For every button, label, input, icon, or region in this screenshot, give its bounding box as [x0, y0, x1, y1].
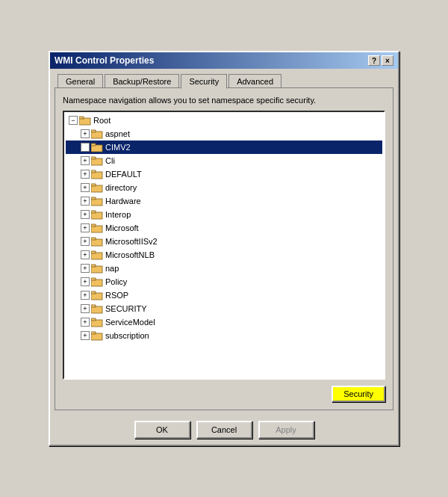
expand-policy[interactable]: +: [81, 277, 90, 286]
title-bar-controls: ? ×: [368, 55, 393, 66]
tree-item-hardware[interactable]: + Hardware: [66, 194, 382, 208]
tree-item-root[interactable]: − Root: [66, 114, 382, 127]
tree-label-microsoftnlb: MicrosoftNLB: [105, 250, 155, 259]
expand-aspnet[interactable]: +: [81, 129, 90, 138]
tree-item-interop[interactable]: + Interop: [66, 208, 382, 221]
svg-rect-13: [91, 197, 96, 200]
window-title: WMI Control Properties: [55, 55, 154, 66]
tree-label-hardware: Hardware: [105, 197, 141, 206]
ok-button[interactable]: OK: [134, 421, 190, 439]
tab-content-security: Namespace navigation allows you to set n…: [55, 87, 393, 410]
svg-rect-27: [91, 291, 96, 294]
svg-rect-33: [91, 332, 96, 334]
tree-item-security[interactable]: + SECURITY: [66, 302, 382, 315]
tree-item-directory[interactable]: + directory: [66, 181, 382, 194]
expand-cli[interactable]: +: [81, 156, 90, 165]
expand-root[interactable]: −: [69, 116, 78, 125]
close-button[interactable]: ×: [382, 55, 393, 66]
help-button[interactable]: ?: [368, 55, 380, 66]
svg-rect-19: [91, 238, 96, 240]
tab-advanced[interactable]: Advanced: [228, 74, 281, 89]
title-bar: WMI Control Properties ? ×: [50, 52, 398, 69]
svg-rect-15: [91, 211, 96, 213]
apply-button[interactable]: Apply: [258, 421, 314, 439]
folder-icon-cimv2: [91, 143, 103, 152]
svg-rect-1: [79, 117, 84, 119]
folder-icon-subscription: [91, 331, 103, 341]
tree-item-cimv2[interactable]: + CIMV2: [66, 141, 382, 154]
folder-icon-microsoft: [91, 223, 103, 233]
tree-item-policy[interactable]: + Policy: [66, 275, 382, 288]
tab-general[interactable]: General: [57, 74, 103, 89]
tab-backup-restore[interactable]: Backup/Restore: [105, 74, 179, 89]
tree-label-aspnet: aspnet: [105, 129, 130, 138]
tab-security[interactable]: Security: [181, 74, 227, 89]
tree-item-nap[interactable]: + nap: [66, 262, 382, 275]
tree-label-cimv2: CIMV2: [105, 143, 131, 152]
folder-icon-default: [91, 170, 103, 179]
namespace-tree[interactable]: − Root+ aspnet+ CIMV2+ Cli+ DEFAULT+ dir…: [63, 111, 385, 380]
security-button-row: Security: [63, 386, 385, 402]
expand-rsop[interactable]: +: [81, 291, 90, 300]
expand-microsoftiisv2[interactable]: +: [81, 237, 90, 246]
tree-item-rsop[interactable]: + RSOP: [66, 288, 382, 302]
tree-label-policy: Policy: [105, 277, 127, 286]
expand-interop[interactable]: +: [81, 210, 90, 219]
expand-default[interactable]: +: [81, 170, 90, 179]
tree-item-cli[interactable]: + Cli: [66, 154, 382, 167]
expand-hardware[interactable]: +: [81, 197, 90, 206]
cancel-button[interactable]: Cancel: [196, 421, 252, 439]
folder-icon-rsop: [91, 291, 103, 300]
expand-microsoft[interactable]: +: [81, 223, 90, 232]
tree-item-microsoftnlb[interactable]: + MicrosoftNLB: [66, 248, 382, 262]
tree-item-servicemodel[interactable]: + ServiceModel: [66, 315, 382, 329]
tree-item-microsoft[interactable]: + Microsoft: [66, 221, 382, 235]
svg-rect-9: [91, 170, 96, 173]
tree-label-default: DEFAULT: [105, 170, 142, 179]
tree-label-microsoftiisv2: MicrosoftIISv2: [105, 237, 158, 246]
folder-icon-microsoftnlb: [91, 250, 103, 260]
expand-cimv2[interactable]: +: [81, 143, 90, 152]
title-bar-text: WMI Control Properties: [55, 55, 154, 66]
folder-icon-directory: [91, 183, 103, 193]
expand-microsoftnlb[interactable]: +: [81, 250, 90, 259]
expand-security[interactable]: +: [81, 304, 90, 313]
window-content: General Backup/Restore Security Advanced…: [50, 69, 398, 415]
expand-subscription[interactable]: +: [81, 331, 90, 340]
folder-icon-aspnet: [91, 129, 103, 139]
folder-icon-interop: [91, 210, 103, 220]
bottom-button-row: OK Cancel Apply: [50, 415, 398, 445]
folder-icon-hardware: [91, 197, 103, 206]
tree-item-default[interactable]: + DEFAULT: [66, 167, 382, 181]
tree-label-servicemodel: ServiceModel: [105, 318, 155, 327]
tree-label-subscription: subscription: [105, 331, 149, 340]
svg-rect-31: [91, 318, 96, 321]
svg-rect-17: [91, 224, 96, 226]
expand-nap[interactable]: +: [81, 264, 90, 273]
svg-rect-5: [91, 143, 96, 146]
tree-label-root: Root: [93, 116, 111, 125]
svg-rect-7: [91, 157, 96, 159]
expand-directory[interactable]: +: [81, 183, 90, 192]
security-button[interactable]: Security: [332, 386, 385, 402]
wmi-control-properties-window: WMI Control Properties ? × General Backu…: [49, 51, 399, 446]
svg-rect-11: [91, 184, 96, 186]
expand-servicemodel[interactable]: +: [81, 318, 90, 327]
folder-icon-policy: [91, 277, 103, 287]
tree-label-microsoft: Microsoft: [105, 223, 139, 232]
svg-rect-21: [91, 251, 96, 253]
tree-label-nap: nap: [105, 264, 119, 273]
folder-icon-cli: [91, 156, 103, 166]
tree-label-rsop: RSOP: [105, 291, 128, 300]
folder-icon-servicemodel: [91, 318, 103, 327]
tree-item-subscription[interactable]: + subscription: [66, 329, 382, 342]
folder-icon-microsoftiisv2: [91, 237, 103, 247]
svg-rect-29: [91, 305, 96, 307]
description-text: Namespace navigation allows you to set n…: [63, 96, 385, 105]
tree-item-microsoftiisv2[interactable]: + MicrosoftIISv2: [66, 235, 382, 248]
tree-item-aspnet[interactable]: + aspnet: [66, 127, 382, 141]
folder-icon-root: [79, 116, 91, 126]
svg-rect-25: [91, 278, 96, 280]
tab-bar: General Backup/Restore Security Advanced: [55, 73, 393, 88]
tree-label-cli: Cli: [105, 156, 115, 165]
